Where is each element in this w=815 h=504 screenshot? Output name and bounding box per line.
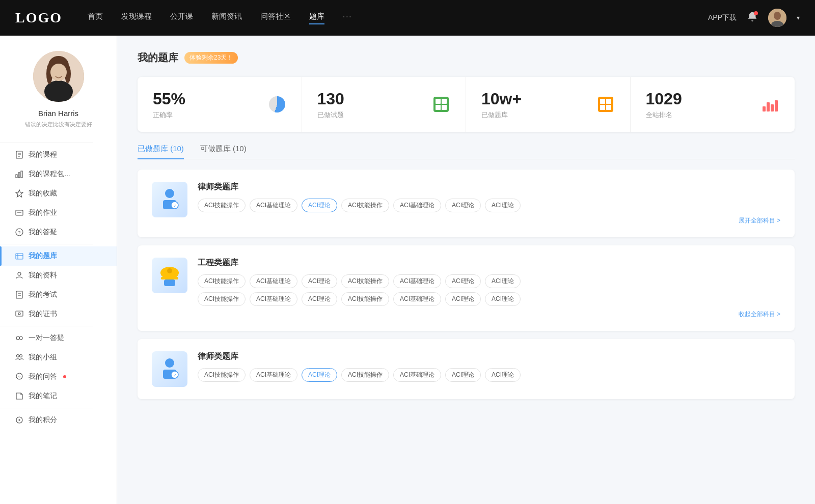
nav-news[interactable]: 新闻资讯: [211, 12, 242, 24]
nav-more[interactable]: ···: [343, 12, 352, 24]
qbank-tag-2-6[interactable]: ACI理论: [485, 368, 521, 382]
qbank-tag-2-0[interactable]: ACI技能操作: [198, 368, 246, 382]
page-title: 我的题库: [138, 51, 178, 65]
orange-grid-icon: [598, 97, 613, 112]
qbank-expand-0[interactable]: 展开全部科目 >: [198, 216, 780, 225]
sidebar-item-notes-label: 我的笔记: [29, 391, 57, 401]
qbank-name-2: 律师类题库: [198, 351, 780, 362]
sidebar-item-answers[interactable]: ? 我的答疑: [0, 222, 117, 242]
qbank-tag-0-0[interactable]: ACI技能操作: [198, 199, 246, 212]
star-icon: [15, 189, 23, 198]
qbank-tag-1-5[interactable]: ACI理论: [445, 274, 481, 288]
sidebar-item-course-packages-label: 我的课程包...: [29, 170, 70, 179]
group-icon: [15, 353, 23, 361]
pencil-icon: [15, 209, 23, 217]
sidebar-item-points[interactable]: 我的积分: [0, 410, 117, 430]
logo: LOGO: [15, 10, 62, 26]
tab-available-banks[interactable]: 可做题库 (10): [200, 144, 247, 159]
qbank-card-0: ✓ 律师类题库 ACI技能操作 ACI基础理论 ACI理论 ACI技能操作 AC…: [138, 170, 795, 237]
sidebar-divider-1: [0, 143, 93, 143]
nav-open-course[interactable]: 公开课: [170, 12, 193, 24]
bar-chart-icon: [763, 97, 778, 111]
sidebar-item-homework[interactable]: 我的作业: [0, 203, 117, 222]
points-icon: [15, 416, 23, 424]
avatar-image: [768, 9, 786, 27]
svg-point-25: [18, 272, 21, 275]
svg-point-1: [774, 12, 781, 20]
app-download-link[interactable]: APP下载: [708, 13, 737, 22]
stat-info-done-questions: 130 已做试题: [317, 89, 424, 120]
nav-discover[interactable]: 发现课程: [121, 12, 152, 24]
qbank-name-1: 工程类题库: [198, 258, 780, 268]
qbank-tag-1-r2-2[interactable]: ACI理论: [302, 292, 337, 306]
stat-value-ranking: 1029: [646, 89, 753, 108]
qbank-icon-engineering: [152, 258, 187, 293]
svg-rect-16: [21, 171, 22, 178]
tab-done-banks[interactable]: 已做题库 (10): [138, 144, 184, 159]
qbank-tag-2-1[interactable]: ACI基础理论: [250, 368, 297, 382]
sidebar: Brian Harris 错误的决定比没有决定要好 我的课程 我的课程包...: [0, 36, 117, 504]
qbank-tag-0-6[interactable]: ACI理论: [485, 199, 521, 212]
stat-label-accuracy: 正确率: [153, 110, 260, 120]
sidebar-item-groups[interactable]: 我的小组: [0, 348, 117, 367]
qbank-tag-0-5[interactable]: ACI理论: [445, 199, 481, 212]
qbank-tag-2-5[interactable]: ACI理论: [445, 368, 481, 382]
qbank-tag-0-3[interactable]: ACI技能操作: [341, 199, 389, 212]
sidebar-item-profile-label: 我的资料: [29, 271, 57, 280]
user-dropdown-arrow[interactable]: ▾: [797, 14, 800, 21]
main-layout: Brian Harris 错误的决定比没有决定要好 我的课程 我的课程包...: [0, 36, 815, 504]
qbank-card-2: ✓ 律师类题库 ACI技能操作 ACI基础理论 ACI理论 ACI技能操作 AC…: [138, 339, 795, 399]
qbank-header-0: ✓ 律师类题库 ACI技能操作 ACI基础理论 ACI理论 ACI技能操作 AC…: [152, 182, 780, 225]
done-questions-icon: [432, 95, 450, 114]
qbank-tag-1-r2-1[interactable]: ACI基础理论: [250, 292, 297, 306]
sidebar-item-qa[interactable]: ? 我的问答: [0, 367, 117, 386]
qbank-tag-1-6[interactable]: ACI理论: [485, 274, 521, 288]
qbank-tag-1-4[interactable]: ACI基础理论: [393, 274, 441, 288]
content-area: 我的题库 体验剩余23天！ 55% 正确率 130 已做试题: [117, 36, 815, 504]
qbank-tag-2-4[interactable]: ACI基础理论: [393, 368, 441, 382]
qbank-tag-1-2[interactable]: ACI理论: [302, 274, 337, 288]
sidebar-item-1on1[interactable]: 一对一答疑: [0, 328, 117, 348]
qbank-tag-0-1[interactable]: ACI基础理论: [250, 199, 297, 212]
qbank-tag-2-3[interactable]: ACI技能操作: [341, 368, 389, 382]
sidebar-item-certs-label: 我的证书: [29, 310, 57, 319]
notification-bell[interactable]: [747, 11, 758, 24]
qbank-tag-2-2[interactable]: ACI理论: [302, 368, 337, 382]
nav-home[interactable]: 首页: [88, 12, 103, 24]
sidebar-item-certs[interactable]: 我的证书: [0, 304, 117, 324]
svg-point-32: [19, 337, 22, 340]
qbank-tag-1-1[interactable]: ACI基础理论: [250, 274, 297, 288]
qbank-tag-0-2[interactable]: ACI理论: [302, 199, 337, 212]
notes-icon: [15, 392, 23, 400]
sidebar-item-courses[interactable]: 我的课程: [0, 145, 117, 164]
sidebar-item-favorites[interactable]: 我的收藏: [0, 184, 117, 203]
qbank-tag-1-0[interactable]: ACI技能操作: [198, 274, 246, 288]
user-avatar[interactable]: [768, 9, 786, 27]
nav-qa[interactable]: 问答社区: [260, 12, 291, 24]
qbank-tag-1-r2-0[interactable]: ACI技能操作: [198, 292, 246, 306]
qbank-tag-1-3[interactable]: ACI技能操作: [341, 274, 389, 288]
qbank-tag-1-r2-5[interactable]: ACI理论: [445, 292, 481, 306]
svg-point-5: [44, 80, 73, 102]
stat-card-done-questions: 130 已做试题: [302, 77, 467, 132]
sidebar-item-qbank[interactable]: 我的题库: [0, 246, 117, 266]
svg-rect-14: [16, 175, 17, 178]
sidebar-item-profile[interactable]: 我的资料: [0, 266, 117, 285]
svg-point-34: [20, 355, 22, 357]
sidebar-item-notes[interactable]: 我的笔记: [0, 386, 117, 406]
sidebar-item-exams[interactable]: 我的考试: [0, 285, 117, 304]
qbank-tag-1-r2-4[interactable]: ACI基础理论: [393, 292, 441, 306]
qa-icon: ?: [15, 373, 23, 381]
stat-info-ranking: 1029 全站排名: [646, 89, 753, 120]
qbank-tag-1-r2-3[interactable]: ACI技能操作: [341, 292, 389, 306]
stat-label-done-banks: 已做题库: [481, 110, 588, 120]
qbank-tag-0-4[interactable]: ACI基础理论: [393, 199, 441, 212]
qbank-collapse-1[interactable]: 收起全部科目 >: [198, 310, 780, 319]
lawyer-figure-icon: ✓: [157, 187, 182, 212]
qbank-info-2: 律师类题库 ACI技能操作 ACI基础理论 ACI理论 ACI技能操作 ACI基…: [198, 351, 780, 386]
nav-bank[interactable]: 题库: [309, 12, 324, 24]
qbank-tag-1-r2-6[interactable]: ACI理论: [485, 292, 521, 306]
sidebar-item-exams-label: 我的考试: [29, 290, 57, 299]
sidebar-item-course-packages[interactable]: 我的课程包...: [0, 164, 117, 184]
sidebar-menu: 我的课程 我的课程包... 我的收藏 我的作业: [0, 141, 117, 430]
